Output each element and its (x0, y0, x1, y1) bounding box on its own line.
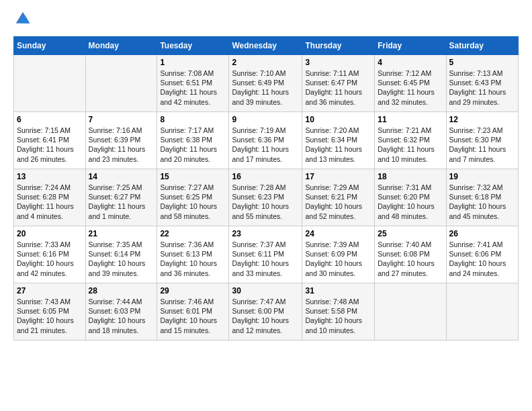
calendar-cell: 21Sunrise: 7:35 AM Sunset: 6:14 PM Dayli… (85, 226, 157, 283)
calendar-cell: 7Sunrise: 7:16 AM Sunset: 6:39 PM Daylig… (85, 112, 157, 169)
day-number: 19 (449, 172, 515, 181)
day-number: 25 (378, 229, 443, 238)
day-number: 20 (17, 229, 83, 238)
day-info: Sunrise: 7:17 AM Sunset: 6:38 PM Dayligh… (160, 126, 226, 164)
calendar-cell: 8Sunrise: 7:17 AM Sunset: 6:38 PM Daylig… (157, 112, 229, 169)
calendar-cell: 28Sunrise: 7:44 AM Sunset: 6:03 PM Dayli… (85, 283, 157, 340)
dow-monday: Monday (85, 37, 157, 55)
calendar-cell: 16Sunrise: 7:28 AM Sunset: 6:23 PM Dayli… (229, 169, 302, 226)
day-number: 30 (232, 286, 299, 295)
day-info: Sunrise: 7:33 AM Sunset: 6:16 PM Dayligh… (17, 240, 83, 278)
day-info: Sunrise: 7:32 AM Sunset: 6:18 PM Dayligh… (449, 183, 515, 221)
day-number: 21 (89, 229, 154, 238)
day-number: 14 (89, 172, 154, 181)
calendar-cell: 5Sunrise: 7:13 AM Sunset: 6:43 PM Daylig… (446, 55, 518, 112)
day-number: 17 (305, 172, 371, 181)
day-info: Sunrise: 7:16 AM Sunset: 6:39 PM Dayligh… (89, 126, 154, 164)
day-info: Sunrise: 7:37 AM Sunset: 6:11 PM Dayligh… (232, 240, 299, 278)
day-info: Sunrise: 7:47 AM Sunset: 6:00 PM Dayligh… (232, 297, 299, 335)
calendar-cell: 27Sunrise: 7:43 AM Sunset: 6:05 PM Dayli… (14, 283, 86, 340)
day-info: Sunrise: 7:12 AM Sunset: 6:45 PM Dayligh… (378, 68, 443, 107)
day-info: Sunrise: 7:21 AM Sunset: 6:32 PM Dayligh… (378, 126, 443, 164)
day-number: 12 (449, 115, 515, 124)
calendar-week-2: 6Sunrise: 7:15 AM Sunset: 6:41 PM Daylig… (14, 112, 519, 169)
day-number: 5 (449, 58, 515, 67)
day-number: 16 (232, 172, 299, 181)
calendar-cell: 19Sunrise: 7:32 AM Sunset: 6:18 PM Dayli… (446, 169, 518, 226)
calendar-cell: 23Sunrise: 7:37 AM Sunset: 6:11 PM Dayli… (229, 226, 302, 283)
day-number: 1 (160, 58, 226, 67)
day-info: Sunrise: 7:19 AM Sunset: 6:36 PM Dayligh… (232, 126, 299, 164)
day-number: 22 (160, 229, 226, 238)
day-number: 15 (160, 172, 226, 181)
day-number: 9 (232, 115, 299, 124)
day-info: Sunrise: 7:20 AM Sunset: 6:34 PM Dayligh… (305, 126, 371, 164)
day-info: Sunrise: 7:44 AM Sunset: 6:03 PM Dayligh… (89, 297, 154, 335)
calendar-cell: 31Sunrise: 7:48 AM Sunset: 5:58 PM Dayli… (302, 283, 375, 340)
calendar-cell (85, 55, 157, 112)
calendar-cell (14, 55, 86, 112)
calendar-cell: 6Sunrise: 7:15 AM Sunset: 6:41 PM Daylig… (14, 112, 86, 169)
calendar-table: SundayMondayTuesdayWednesdayThursdayFrid… (13, 36, 519, 340)
calendar-cell: 1Sunrise: 7:08 AM Sunset: 6:51 PM Daylig… (157, 55, 229, 112)
calendar-cell: 30Sunrise: 7:47 AM Sunset: 6:00 PM Dayli… (229, 283, 302, 340)
page-header (13, 11, 519, 30)
calendar-cell: 25Sunrise: 7:40 AM Sunset: 6:08 PM Dayli… (375, 226, 446, 283)
day-info: Sunrise: 7:13 AM Sunset: 6:43 PM Dayligh… (449, 68, 515, 107)
day-number: 3 (305, 58, 371, 67)
day-number: 10 (305, 115, 371, 124)
day-info: Sunrise: 7:24 AM Sunset: 6:28 PM Dayligh… (17, 183, 83, 221)
dow-friday: Friday (375, 37, 446, 55)
day-info: Sunrise: 7:48 AM Sunset: 5:58 PM Dayligh… (305, 297, 371, 335)
day-number: 13 (17, 172, 83, 181)
calendar-cell: 26Sunrise: 7:41 AM Sunset: 6:06 PM Dayli… (446, 226, 518, 283)
calendar-cell: 9Sunrise: 7:19 AM Sunset: 6:36 PM Daylig… (229, 112, 302, 169)
dow-sunday: Sunday (14, 37, 86, 55)
logo (13, 11, 32, 30)
day-info: Sunrise: 7:23 AM Sunset: 6:30 PM Dayligh… (449, 126, 515, 164)
calendar-cell: 13Sunrise: 7:24 AM Sunset: 6:28 PM Dayli… (14, 169, 86, 226)
calendar-cell: 29Sunrise: 7:46 AM Sunset: 6:01 PM Dayli… (157, 283, 229, 340)
day-info: Sunrise: 7:31 AM Sunset: 6:20 PM Dayligh… (378, 183, 443, 221)
calendar-cell: 18Sunrise: 7:31 AM Sunset: 6:20 PM Dayli… (375, 169, 446, 226)
calendar-cell: 24Sunrise: 7:39 AM Sunset: 6:09 PM Dayli… (302, 226, 375, 283)
day-number: 11 (378, 115, 443, 124)
day-info: Sunrise: 7:36 AM Sunset: 6:13 PM Dayligh… (160, 240, 226, 278)
day-number: 6 (17, 115, 83, 124)
day-number: 26 (449, 229, 515, 238)
calendar-week-3: 13Sunrise: 7:24 AM Sunset: 6:28 PM Dayli… (14, 169, 519, 226)
calendar-cell: 15Sunrise: 7:27 AM Sunset: 6:25 PM Dayli… (157, 169, 229, 226)
calendar-week-5: 27Sunrise: 7:43 AM Sunset: 6:05 PM Dayli… (14, 283, 519, 340)
day-info: Sunrise: 7:15 AM Sunset: 6:41 PM Dayligh… (17, 126, 83, 164)
logo-icon (15, 11, 31, 27)
day-number: 29 (160, 286, 226, 295)
calendar-cell: 12Sunrise: 7:23 AM Sunset: 6:30 PM Dayli… (446, 112, 518, 169)
calendar-cell (446, 283, 518, 340)
calendar-cell: 2Sunrise: 7:10 AM Sunset: 6:49 PM Daylig… (229, 55, 302, 112)
day-number: 23 (232, 229, 299, 238)
day-number: 4 (378, 58, 443, 67)
day-number: 8 (160, 115, 226, 124)
day-number: 7 (89, 115, 154, 124)
day-number: 28 (89, 286, 154, 295)
calendar-cell: 4Sunrise: 7:12 AM Sunset: 6:45 PM Daylig… (375, 55, 446, 112)
day-info: Sunrise: 7:39 AM Sunset: 6:09 PM Dayligh… (305, 240, 371, 278)
day-number: 18 (378, 172, 443, 181)
day-info: Sunrise: 7:41 AM Sunset: 6:06 PM Dayligh… (449, 240, 515, 278)
calendar-cell (375, 283, 446, 340)
calendar-week-1: 1Sunrise: 7:08 AM Sunset: 6:51 PM Daylig… (14, 55, 519, 112)
day-info: Sunrise: 7:46 AM Sunset: 6:01 PM Dayligh… (160, 297, 226, 335)
day-info: Sunrise: 7:43 AM Sunset: 6:05 PM Dayligh… (17, 297, 83, 335)
calendar-cell: 14Sunrise: 7:25 AM Sunset: 6:27 PM Dayli… (85, 169, 157, 226)
dow-tuesday: Tuesday (157, 37, 229, 55)
dow-wednesday: Wednesday (229, 37, 302, 55)
day-info: Sunrise: 7:40 AM Sunset: 6:08 PM Dayligh… (378, 240, 443, 278)
calendar-cell: 11Sunrise: 7:21 AM Sunset: 6:32 PM Dayli… (375, 112, 446, 169)
day-number: 27 (17, 286, 83, 295)
calendar-cell: 3Sunrise: 7:11 AM Sunset: 6:47 PM Daylig… (302, 55, 375, 112)
calendar-cell: 20Sunrise: 7:33 AM Sunset: 6:16 PM Dayli… (14, 226, 86, 283)
day-info: Sunrise: 7:28 AM Sunset: 6:23 PM Dayligh… (232, 183, 299, 221)
day-info: Sunrise: 7:11 AM Sunset: 6:47 PM Dayligh… (305, 68, 371, 107)
dow-thursday: Thursday (302, 37, 375, 55)
day-number: 31 (305, 286, 371, 295)
